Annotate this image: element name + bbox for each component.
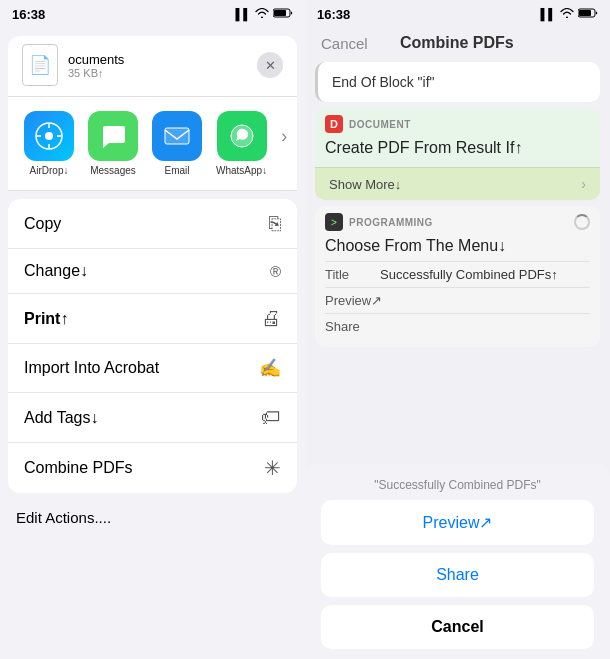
print-icon: 🖨	[261, 307, 281, 330]
acrobat-action[interactable]: Import Into Acrobat ✍	[8, 344, 297, 393]
file-info: ocuments 35 KB↑	[68, 52, 247, 79]
share-header: 📄 ocuments 35 KB↑ ✕	[8, 36, 297, 97]
whatsapp-label: WhatsApp↓	[216, 165, 267, 176]
messages-icon	[88, 111, 138, 161]
bottom-sheet: "Successfully Combined PDFs" Preview↗ Sh…	[305, 464, 610, 659]
close-button[interactable]: ✕	[257, 52, 283, 78]
prog-card: > PROGRAMMING Choose From The Menu↓ Titl…	[315, 206, 600, 347]
combine-label: Combine PDFs	[24, 459, 132, 477]
battery-icon-right	[578, 8, 598, 20]
messages-app[interactable]: Messages	[88, 111, 138, 176]
file-name: ocuments	[68, 52, 247, 67]
print-action[interactable]: Print↑ 🖨	[8, 294, 297, 344]
right-header: Cancel Combine PDFs	[305, 28, 610, 62]
svg-rect-7	[579, 10, 591, 16]
battery-icon-left	[273, 8, 293, 20]
document-card: D DOCUMENT Create PDF From Result If↑ Sh…	[315, 108, 600, 200]
right-panel: 16:38 ▌▌ Cancel Combine PDFs End Of Bloc…	[305, 0, 610, 659]
right-title: Combine PDFs	[400, 34, 514, 52]
document-card-icon: D	[325, 115, 343, 133]
share-button[interactable]: Share	[321, 553, 594, 597]
prog-left: > PROGRAMMING	[325, 213, 433, 231]
field-preview-label: Preview↗	[325, 293, 380, 308]
prog-category: PROGRAMMING	[349, 217, 433, 228]
svg-rect-4	[165, 128, 189, 144]
email-app[interactable]: Email	[152, 111, 202, 176]
field-title-value: Successfully Combined PDFs↑	[380, 267, 590, 282]
change-label: Change↓	[24, 262, 88, 280]
block-end: End Of Block "if"	[315, 62, 600, 102]
cancel-bottom-button[interactable]: Cancel	[321, 605, 594, 649]
cancel-top-button[interactable]: Cancel	[321, 35, 368, 52]
shortcut-content: End Of Block "if" D DOCUMENT Create PDF …	[305, 62, 610, 464]
prog-card-header: > PROGRAMMING	[315, 206, 600, 235]
file-icon: 📄	[22, 44, 58, 86]
acrobat-icon: ✍	[259, 357, 281, 379]
field-title-label: Title	[325, 267, 380, 282]
sheet-header-text: "Successfully Combined PDFs"	[321, 474, 594, 500]
combine-icon: ✳	[264, 456, 281, 480]
wifi-icon-left	[255, 8, 269, 20]
prog-card-icon: >	[325, 213, 343, 231]
whatsapp-app[interactable]: WhatsApp↓	[216, 111, 267, 176]
chevron-right-icon: ›	[581, 176, 586, 192]
field-title: Title Successfully Combined PDFs↑	[325, 261, 590, 287]
email-label: Email	[164, 165, 189, 176]
signal-icon-left: ▌▌	[235, 8, 251, 20]
change-icon: ®	[270, 263, 281, 280]
file-size: 35 KB↑	[68, 67, 247, 79]
copy-icon: ⎘	[269, 212, 281, 235]
tags-label: Add Tags↓	[24, 409, 98, 427]
copy-label: Copy	[24, 215, 61, 233]
field-share-label: Share	[325, 319, 380, 334]
more-indicator[interactable]: ›	[281, 111, 287, 161]
document-category: DOCUMENT	[349, 119, 411, 130]
svg-rect-1	[274, 10, 286, 16]
prog-card-title: Choose From The Menu↓	[315, 235, 600, 261]
show-more-row[interactable]: Show More↓ ›	[315, 167, 600, 200]
copy-action[interactable]: Copy ⎘	[8, 199, 297, 249]
status-icons-right: ▌▌	[540, 8, 598, 20]
whatsapp-icon	[217, 111, 267, 161]
field-share: Share	[325, 313, 590, 339]
status-icons-left: ▌▌	[235, 8, 293, 20]
time-right: 16:38	[317, 7, 350, 22]
left-panel: 16:38 ▌▌ 📄 ocuments 35 KB↑ ✕	[0, 0, 305, 659]
field-preview: Preview↗	[325, 287, 590, 313]
tags-action[interactable]: Add Tags↓ 🏷	[8, 393, 297, 443]
document-card-title: Create PDF From Result If↑	[315, 137, 600, 167]
share-sheet: 📄 ocuments 35 KB↑ ✕ AirDrop↓ Messages	[0, 28, 305, 659]
airdrop-label: AirDrop↓	[30, 165, 69, 176]
prog-fields: Title Successfully Combined PDFs↑ Previe…	[315, 261, 600, 347]
wifi-icon-right	[560, 8, 574, 20]
print-label: Print↑	[24, 310, 68, 328]
email-icon	[152, 111, 202, 161]
combine-action[interactable]: Combine PDFs ✳	[8, 443, 297, 493]
acrobat-label: Import Into Acrobat	[24, 359, 159, 377]
document-card-header: D DOCUMENT	[315, 108, 600, 137]
edit-actions[interactable]: Edit Actions....	[0, 493, 305, 542]
app-icons-row: AirDrop↓ Messages Email WhatsApp↓	[8, 97, 297, 191]
preview-button[interactable]: Preview↗	[321, 500, 594, 545]
airdrop-app[interactable]: AirDrop↓	[24, 111, 74, 176]
show-more-text: Show More↓	[329, 177, 401, 192]
tags-icon: 🏷	[261, 406, 281, 429]
signal-icon-right: ▌▌	[540, 8, 556, 20]
messages-label: Messages	[90, 165, 136, 176]
change-action[interactable]: Change↓ ®	[8, 249, 297, 294]
loading-spinner	[574, 214, 590, 230]
action-list: Copy ⎘ Change↓ ® Print↑ 🖨 Import Into Ac…	[8, 199, 297, 493]
airdrop-icon	[24, 111, 74, 161]
status-bar-left: 16:38 ▌▌	[0, 0, 305, 28]
svg-point-3	[45, 132, 53, 140]
time-left: 16:38	[12, 7, 45, 22]
status-bar-right: 16:38 ▌▌	[305, 0, 610, 28]
